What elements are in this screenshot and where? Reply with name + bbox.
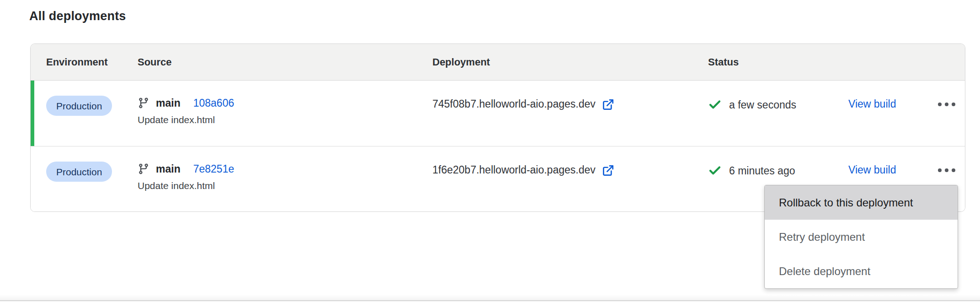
deployment-url: 745f08b7.helloworld-aio.pages.dev [432,98,596,110]
environment-badge: Production [46,162,112,182]
source-cell: main 108a606 Update index.html [138,81,432,146]
row-actions-menu-button[interactable] [938,103,965,106]
success-check-icon [708,164,722,178]
commit-message: Update index.html [138,114,432,125]
environment-cell: Production [31,81,138,146]
view-build-link[interactable]: View build [848,164,938,176]
deployment-url: 1f6e20b7.helloworld-aio.pages.dev [432,164,596,176]
git-branch-icon [138,163,149,175]
column-header-environment: Environment [31,56,138,68]
branch-name: main [156,97,181,109]
commit-link[interactable]: 108a606 [193,97,234,109]
table-header-row: Environment Source Deployment Status [31,44,965,81]
external-link-icon[interactable] [602,164,614,177]
source-cell: main 7e8251e Update index.html [138,146,432,211]
commit-message: Update index.html [138,180,432,191]
branch-name: main [156,163,181,175]
status-time-text: a few seconds [729,99,796,111]
commit-link[interactable]: 7e8251e [193,163,234,175]
column-header-deployment: Deployment [432,56,708,68]
status-time-text: 6 minutes ago [729,165,795,177]
table-row: Production main 108a606 Update index.htm… [31,81,965,146]
deployment-cell: 1f6e20b7.helloworld-aio.pages.dev [432,146,708,211]
environment-cell: Production [31,146,138,211]
page-title: All deployments [29,9,126,23]
status-cell: a few seconds View build [708,81,965,146]
environment-badge: Production [46,96,112,116]
menu-item-rollback[interactable]: Rollback to this deployment [765,185,958,220]
view-build-link[interactable]: View build [848,98,938,110]
deployment-cell: 745f08b7.helloworld-aio.pages.dev [432,81,708,146]
menu-item-retry[interactable]: Retry deployment [765,220,958,254]
page-section-divider [0,295,980,301]
column-header-status: Status [708,56,965,68]
menu-item-delete[interactable]: Delete deployment [765,254,958,288]
external-link-icon[interactable] [602,98,614,111]
deployment-actions-menu: Rollback to this deployment Retry deploy… [764,185,958,289]
row-actions-menu-button[interactable] [938,168,965,172]
column-header-source: Source [138,56,432,68]
success-check-icon [708,98,722,112]
git-branch-icon [138,97,149,109]
